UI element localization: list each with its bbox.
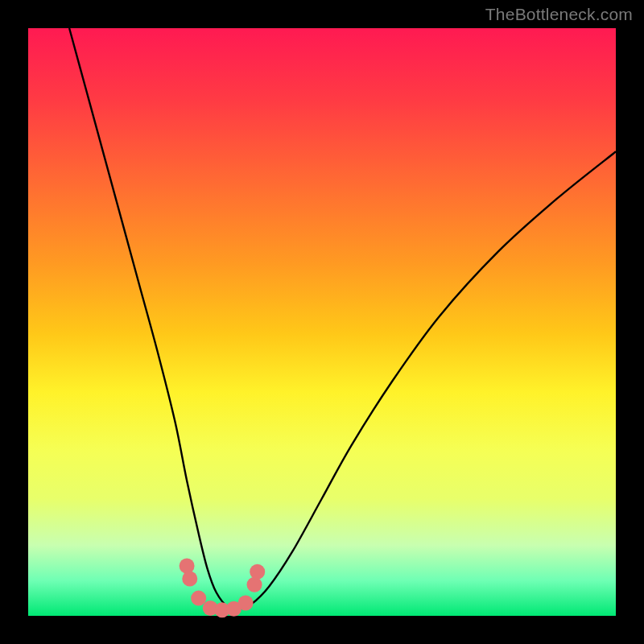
curve-marker xyxy=(250,564,265,580)
chart-svg xyxy=(28,28,616,616)
curve-marker xyxy=(191,591,206,606)
chart-frame: TheBottleneck.com xyxy=(0,0,644,644)
curve-marker xyxy=(247,577,262,592)
watermark-text: TheBottleneck.com xyxy=(485,5,633,24)
bottleneck-curve xyxy=(69,28,616,609)
curve-marker xyxy=(180,558,195,573)
chart-plot-area xyxy=(28,28,616,616)
curve-markers xyxy=(180,558,266,617)
curve-marker xyxy=(182,572,197,587)
curve-marker xyxy=(238,595,254,610)
